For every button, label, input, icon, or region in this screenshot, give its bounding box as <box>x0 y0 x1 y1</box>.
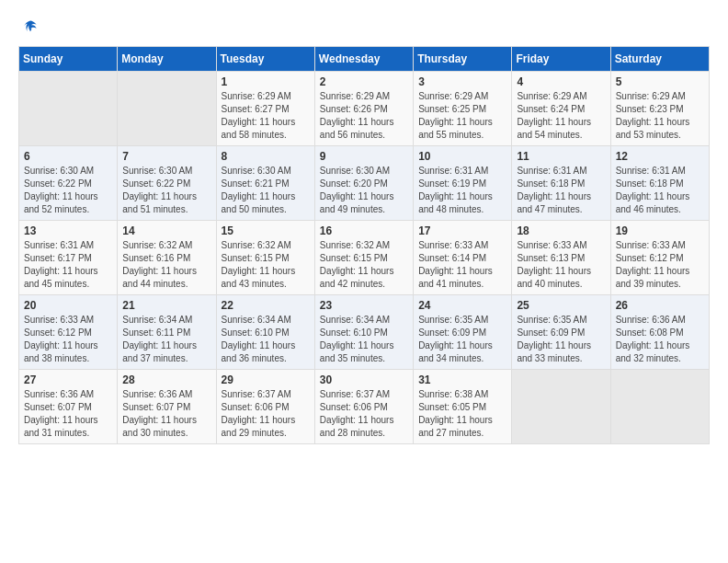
day-info: Sunrise: 6:33 AM Sunset: 6:14 PM Dayligh… <box>418 239 506 291</box>
day-number: 16 <box>320 224 408 237</box>
calendar-cell: 25Sunrise: 6:35 AM Sunset: 6:09 PM Dayli… <box>512 295 610 370</box>
calendar-cell: 17Sunrise: 6:33 AM Sunset: 6:14 PM Dayli… <box>414 221 512 295</box>
day-number: 2 <box>320 75 408 88</box>
day-info: Sunrise: 6:32 AM Sunset: 6:15 PM Dayligh… <box>320 239 408 291</box>
calendar-cell: 14Sunrise: 6:32 AM Sunset: 6:16 PM Dayli… <box>118 221 216 295</box>
logo-bird-icon <box>21 18 40 37</box>
weekday-header: Friday <box>512 47 610 72</box>
day-info: Sunrise: 6:31 AM Sunset: 6:19 PM Dayligh… <box>418 165 506 216</box>
weekday-header: Saturday <box>610 47 709 72</box>
day-number: 1 <box>222 75 310 88</box>
calendar-cell: 13Sunrise: 6:31 AM Sunset: 6:17 PM Dayli… <box>19 221 118 295</box>
calendar-cell: 2Sunrise: 6:29 AM Sunset: 6:26 PM Daylig… <box>314 72 413 146</box>
calendar-cell <box>19 72 118 146</box>
day-number: 15 <box>222 224 310 237</box>
day-info: Sunrise: 6:29 AM Sunset: 6:23 PM Dayligh… <box>616 90 704 142</box>
day-info: Sunrise: 6:34 AM Sunset: 6:10 PM Dayligh… <box>222 314 310 365</box>
calendar-cell: 7Sunrise: 6:30 AM Sunset: 6:22 PM Daylig… <box>118 146 216 221</box>
day-number: 11 <box>517 150 605 163</box>
day-info: Sunrise: 6:32 AM Sunset: 6:16 PM Dayligh… <box>122 239 210 291</box>
calendar-body: 1Sunrise: 6:29 AM Sunset: 6:27 PM Daylig… <box>19 72 710 444</box>
calendar-cell <box>610 370 709 444</box>
calendar-cell: 4Sunrise: 6:29 AM Sunset: 6:24 PM Daylig… <box>512 72 610 146</box>
day-number: 9 <box>320 150 408 163</box>
calendar-cell: 24Sunrise: 6:35 AM Sunset: 6:09 PM Dayli… <box>414 295 512 370</box>
day-number: 24 <box>418 299 506 312</box>
calendar-cell <box>118 72 216 146</box>
calendar-cell: 26Sunrise: 6:36 AM Sunset: 6:08 PM Dayli… <box>610 295 709 370</box>
day-info: Sunrise: 6:34 AM Sunset: 6:11 PM Dayligh… <box>122 314 210 365</box>
day-info: Sunrise: 6:38 AM Sunset: 6:05 PM Dayligh… <box>418 388 506 440</box>
day-number: 18 <box>517 224 605 237</box>
calendar-cell: 11Sunrise: 6:31 AM Sunset: 6:18 PM Dayli… <box>512 146 610 221</box>
day-number: 7 <box>122 150 210 163</box>
calendar-cell: 28Sunrise: 6:36 AM Sunset: 6:07 PM Dayli… <box>118 370 216 444</box>
calendar-header-row: SundayMondayTuesdayWednesdayThursdayFrid… <box>19 47 710 72</box>
calendar-cell: 29Sunrise: 6:37 AM Sunset: 6:06 PM Dayli… <box>216 370 314 444</box>
day-info: Sunrise: 6:35 AM Sunset: 6:09 PM Dayligh… <box>418 314 506 365</box>
day-info: Sunrise: 6:34 AM Sunset: 6:10 PM Dayligh… <box>320 314 408 365</box>
calendar-cell: 20Sunrise: 6:33 AM Sunset: 6:12 PM Dayli… <box>19 295 118 370</box>
day-number: 5 <box>616 75 704 88</box>
calendar-cell: 30Sunrise: 6:37 AM Sunset: 6:06 PM Dayli… <box>314 370 413 444</box>
calendar-cell: 19Sunrise: 6:33 AM Sunset: 6:12 PM Dayli… <box>610 221 709 295</box>
day-number: 12 <box>616 150 704 163</box>
day-number: 13 <box>24 224 112 237</box>
day-info: Sunrise: 6:37 AM Sunset: 6:06 PM Dayligh… <box>222 388 310 440</box>
day-info: Sunrise: 6:30 AM Sunset: 6:21 PM Dayligh… <box>222 165 310 216</box>
weekday-header: Tuesday <box>216 47 314 72</box>
day-info: Sunrise: 6:31 AM Sunset: 6:18 PM Dayligh… <box>616 165 704 216</box>
day-info: Sunrise: 6:30 AM Sunset: 6:20 PM Dayligh… <box>320 165 408 216</box>
calendar-cell: 6Sunrise: 6:30 AM Sunset: 6:22 PM Daylig… <box>19 146 118 221</box>
day-info: Sunrise: 6:33 AM Sunset: 6:12 PM Dayligh… <box>24 314 112 365</box>
day-info: Sunrise: 6:35 AM Sunset: 6:09 PM Dayligh… <box>517 314 605 365</box>
day-info: Sunrise: 6:36 AM Sunset: 6:07 PM Dayligh… <box>24 388 112 440</box>
day-number: 29 <box>222 373 310 386</box>
day-info: Sunrise: 6:29 AM Sunset: 6:26 PM Dayligh… <box>320 90 408 142</box>
day-info: Sunrise: 6:29 AM Sunset: 6:25 PM Dayligh… <box>418 90 506 142</box>
day-number: 30 <box>320 373 408 386</box>
calendar-cell: 27Sunrise: 6:36 AM Sunset: 6:07 PM Dayli… <box>19 370 118 444</box>
calendar-cell: 8Sunrise: 6:30 AM Sunset: 6:21 PM Daylig… <box>216 146 314 221</box>
day-info: Sunrise: 6:31 AM Sunset: 6:17 PM Dayligh… <box>24 239 112 291</box>
day-number: 27 <box>24 373 112 386</box>
calendar-week-row: 20Sunrise: 6:33 AM Sunset: 6:12 PM Dayli… <box>19 295 710 370</box>
day-info: Sunrise: 6:30 AM Sunset: 6:22 PM Dayligh… <box>24 165 112 216</box>
calendar-cell: 16Sunrise: 6:32 AM Sunset: 6:15 PM Dayli… <box>314 221 413 295</box>
day-number: 31 <box>418 373 506 386</box>
calendar-cell: 22Sunrise: 6:34 AM Sunset: 6:10 PM Dayli… <box>216 295 314 370</box>
calendar-cell: 21Sunrise: 6:34 AM Sunset: 6:11 PM Dayli… <box>118 295 216 370</box>
day-number: 3 <box>418 75 506 88</box>
day-info: Sunrise: 6:33 AM Sunset: 6:12 PM Dayligh… <box>616 239 704 291</box>
day-number: 26 <box>616 299 704 312</box>
page-header <box>18 18 710 37</box>
day-number: 17 <box>418 224 506 237</box>
day-number: 14 <box>122 224 210 237</box>
day-info: Sunrise: 6:36 AM Sunset: 6:08 PM Dayligh… <box>616 314 704 365</box>
calendar-cell: 15Sunrise: 6:32 AM Sunset: 6:15 PM Dayli… <box>216 221 314 295</box>
day-number: 19 <box>616 224 704 237</box>
day-number: 25 <box>517 299 605 312</box>
day-number: 8 <box>222 150 310 163</box>
day-number: 20 <box>24 299 112 312</box>
calendar-cell: 18Sunrise: 6:33 AM Sunset: 6:13 PM Dayli… <box>512 221 610 295</box>
calendar-table: SundayMondayTuesdayWednesdayThursdayFrid… <box>18 46 710 444</box>
day-number: 23 <box>320 299 408 312</box>
day-number: 28 <box>122 373 210 386</box>
calendar-cell: 12Sunrise: 6:31 AM Sunset: 6:18 PM Dayli… <box>610 146 709 221</box>
day-number: 4 <box>517 75 605 88</box>
weekday-header: Thursday <box>414 47 512 72</box>
calendar-cell: 1Sunrise: 6:29 AM Sunset: 6:27 PM Daylig… <box>216 72 314 146</box>
calendar-cell: 23Sunrise: 6:34 AM Sunset: 6:10 PM Dayli… <box>314 295 413 370</box>
day-number: 10 <box>418 150 506 163</box>
calendar-cell <box>512 370 610 444</box>
calendar-cell: 5Sunrise: 6:29 AM Sunset: 6:23 PM Daylig… <box>610 72 709 146</box>
weekday-header: Wednesday <box>314 47 413 72</box>
day-info: Sunrise: 6:29 AM Sunset: 6:24 PM Dayligh… <box>517 90 605 142</box>
calendar-cell: 3Sunrise: 6:29 AM Sunset: 6:25 PM Daylig… <box>414 72 512 146</box>
day-info: Sunrise: 6:31 AM Sunset: 6:18 PM Dayligh… <box>517 165 605 216</box>
calendar-week-row: 13Sunrise: 6:31 AM Sunset: 6:17 PM Dayli… <box>19 221 710 295</box>
calendar-cell: 9Sunrise: 6:30 AM Sunset: 6:20 PM Daylig… <box>314 146 413 221</box>
calendar-week-row: 1Sunrise: 6:29 AM Sunset: 6:27 PM Daylig… <box>19 72 710 146</box>
calendar-cell: 31Sunrise: 6:38 AM Sunset: 6:05 PM Dayli… <box>414 370 512 444</box>
